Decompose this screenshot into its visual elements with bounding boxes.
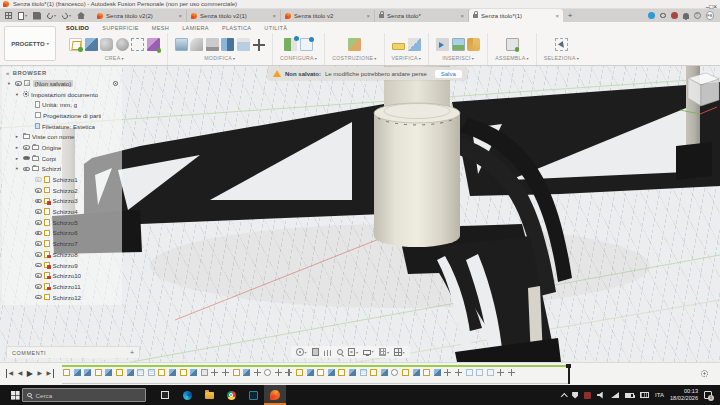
activate-component-radio[interactable] <box>113 81 118 86</box>
timeline-feature-icon[interactable] <box>349 369 356 376</box>
visibility-eye-icon[interactable] <box>23 145 30 150</box>
taskbar-app-button[interactable] <box>242 385 264 405</box>
nav-tool-button[interactable]: ▾ <box>348 348 359 356</box>
visibility-eye-icon[interactable] <box>15 81 22 86</box>
tray-icon[interactable] <box>640 392 649 398</box>
start-button[interactable] <box>0 385 22 405</box>
add-comment-button[interactable]: + <box>130 349 134 356</box>
ribbon-tool-icon[interactable] <box>131 38 144 51</box>
close-tab-icon[interactable]: × <box>461 13 465 19</box>
ribbon-tab[interactable]: SUPERFICIE <box>102 25 139 31</box>
timeline-track[interactable] <box>62 365 570 383</box>
timeline-feature-icon[interactable] <box>381 369 388 376</box>
timeline-feature-icon[interactable] <box>84 369 91 376</box>
collapse-browser-icon[interactable]: « <box>6 70 10 76</box>
playback-button[interactable]: ▶ <box>37 369 43 378</box>
browser-tree-row[interactable]: Schizzo3 <box>2 196 122 207</box>
ribbon-tab[interactable]: LAMIERA <box>182 25 209 31</box>
close-tab-icon[interactable]: × <box>179 13 183 19</box>
browser-tree-row[interactable]: Schizzo5 <box>2 217 122 228</box>
timeline-feature-icon[interactable] <box>285 369 292 376</box>
browser-tree-row[interactable]: ▸ Viste con nome <box>2 131 122 142</box>
timeline-feature-icon[interactable] <box>328 369 335 376</box>
timeline-feature-icon[interactable] <box>370 369 377 376</box>
qat-button[interactable]: ▾ <box>5 12 12 19</box>
ribbon-tab[interactable]: UTILITÀ <box>264 25 287 31</box>
timeline-feature-icon[interactable] <box>402 369 409 376</box>
timeline-feature-icon[interactable] <box>116 369 123 376</box>
nav-tool-button[interactable]: ▾ <box>363 349 374 355</box>
taskbar-clock[interactable]: 00:13 18/02/2026 <box>670 388 698 402</box>
timeline-feature-icon[interactable] <box>190 369 197 376</box>
timeline-feature-icon[interactable] <box>455 369 462 376</box>
tray-icon[interactable] <box>611 392 619 398</box>
timeline-feature-icon[interactable] <box>423 369 430 376</box>
ribbon-tool-icon[interactable] <box>452 38 465 51</box>
ribbon-tool-icon[interactable] <box>392 43 405 50</box>
qat-button[interactable]: ▾ <box>47 13 56 19</box>
timeline-feature-icon[interactable] <box>487 369 494 376</box>
document-tab[interactable]: Senza titolo*(1) × <box>469 9 563 22</box>
ribbon-tool-icon[interactable] <box>506 38 519 51</box>
timeline-feature-icon[interactable] <box>201 369 208 376</box>
browser-tree-row[interactable]: Schizzo4 <box>2 206 122 217</box>
browser-tree-row[interactable]: Schizzo1 <box>2 174 122 185</box>
ribbon-tool-icon[interactable] <box>237 38 250 51</box>
timeline-feature-icon[interactable] <box>413 369 420 376</box>
browser-tree-row[interactable]: Unità: mm, g <box>2 99 122 110</box>
timeline-feature-icon[interactable] <box>148 369 155 376</box>
tray-icon[interactable] <box>572 392 578 399</box>
expand-arrow-icon[interactable]: ▾ <box>6 81 12 86</box>
ribbon-tool-icon[interactable] <box>206 38 219 51</box>
taskbar-app-button[interactable] <box>264 385 286 405</box>
timeline-feature-icon[interactable] <box>211 369 218 376</box>
timeline-feature-icon[interactable] <box>391 369 398 376</box>
close-tab-icon[interactable]: × <box>367 13 371 19</box>
taskbar-search-box[interactable]: Cerca <box>22 388 146 402</box>
timeline-feature-icon[interactable] <box>508 369 515 376</box>
expand-arrow-icon[interactable]: ▾ <box>14 92 20 97</box>
browser-tree-row[interactable]: ▾ (Non salvato) <box>2 78 122 89</box>
visibility-eye-icon[interactable] <box>35 199 42 204</box>
browser-tree-row[interactable]: Schizzo9 <box>2 260 122 271</box>
ribbon-tool-icon[interactable] <box>85 38 98 51</box>
browser-tree-row[interactable]: Schizzo10 <box>2 270 122 281</box>
browser-tree-row[interactable]: Schizzo8 <box>2 249 122 260</box>
header-icon[interactable] <box>648 12 655 19</box>
qat-button[interactable]: ▾ <box>33 12 41 20</box>
timeline-feature-icon[interactable] <box>338 369 345 376</box>
document-tab[interactable]: Senza titolo* × <box>375 10 469 22</box>
timeline-feature-icon[interactable] <box>63 369 70 376</box>
browser-tree-row[interactable]: ▾ Impostazioni documento <box>2 89 122 100</box>
ribbon-tool-icon[interactable] <box>555 38 568 51</box>
timeline-feature-icon[interactable] <box>476 369 483 376</box>
browser-tree-row[interactable]: Filettature: Estetica <box>2 121 122 132</box>
nav-tool-button[interactable]: ▾ <box>296 348 307 356</box>
header-icon[interactable] <box>660 13 666 19</box>
timeline-feature-icon[interactable] <box>233 369 240 376</box>
ribbon-tool-icon[interactable] <box>408 38 421 51</box>
visibility-eye-icon[interactable] <box>35 273 42 278</box>
browser-tree-row[interactable]: Schizzo7 <box>2 238 122 249</box>
header-icon[interactable] <box>683 13 689 19</box>
ribbon-group-dropdown[interactable]: ASSEMBLA▾ <box>495 55 529 61</box>
ribbon-tool-icon[interactable] <box>436 38 449 51</box>
ribbon-group-dropdown[interactable]: CREA▾ <box>105 55 124 61</box>
ribbon-tool-icon[interactable] <box>116 38 129 51</box>
visibility-eye-icon[interactable] <box>35 220 42 225</box>
expand-arrow-icon[interactable]: ▸ <box>14 145 20 150</box>
timeline-feature-icon[interactable] <box>95 369 102 376</box>
visibility-eye-icon[interactable] <box>35 284 42 289</box>
action-center-icon[interactable]: 1 <box>704 391 712 399</box>
playback-button[interactable]: ◀ <box>6 369 14 378</box>
nav-tool-button[interactable]: ▾ <box>312 348 320 356</box>
header-icon[interactable]: FB <box>706 11 715 20</box>
ribbon-tool-icon[interactable] <box>252 38 265 51</box>
timeline-feature-icon[interactable] <box>264 369 271 376</box>
save-button[interactable]: Salva <box>435 70 462 78</box>
visibility-eye-icon[interactable] <box>35 241 42 246</box>
ribbon-group-dropdown[interactable]: COSTRUZIONE▾ <box>332 55 376 61</box>
timeline-feature-icon[interactable] <box>222 369 229 376</box>
ribbon-tool-icon[interactable] <box>221 38 234 51</box>
ribbon-group-dropdown[interactable]: CONFIGURA▾ <box>280 55 317 61</box>
